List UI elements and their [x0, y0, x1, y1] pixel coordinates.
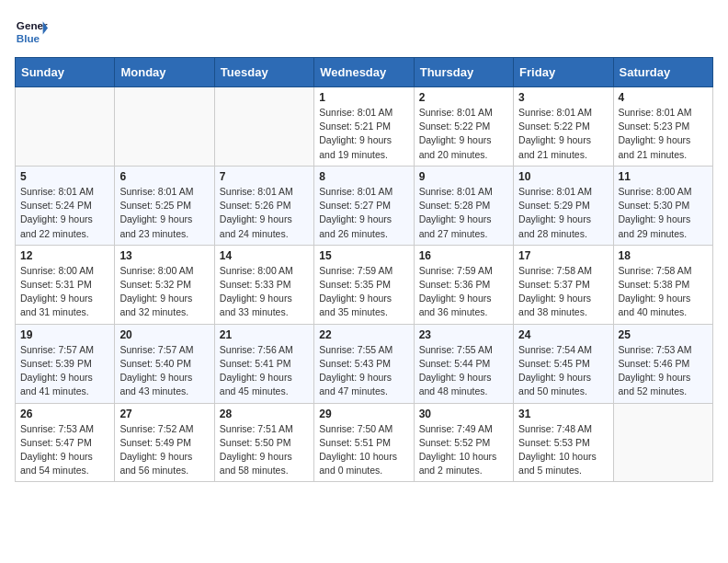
day-info: Sunrise: 8:01 AMSunset: 5:29 PMDaylight:… [518, 185, 608, 241]
day-number: 16 [419, 249, 508, 262]
weekday-header-row: SundayMondayTuesdayWednesdayThursdayFrid… [16, 58, 713, 87]
calendar-cell: 28Sunrise: 7:51 AMSunset: 5:50 PMDayligh… [214, 403, 313, 482]
day-number: 24 [518, 328, 608, 341]
calendar-cell: 13Sunrise: 8:00 AMSunset: 5:32 PMDayligh… [115, 245, 214, 324]
calendar-cell: 6Sunrise: 8:01 AMSunset: 5:25 PMDaylight… [115, 166, 214, 245]
calendar-cell: 12Sunrise: 8:00 AMSunset: 5:31 PMDayligh… [16, 245, 115, 324]
calendar-cell: 29Sunrise: 7:50 AMSunset: 5:51 PMDayligh… [314, 403, 414, 482]
calendar-cell [613, 403, 712, 482]
day-info: Sunrise: 8:01 AMSunset: 5:22 PMDaylight:… [419, 106, 508, 162]
day-number: 12 [20, 249, 109, 262]
calendar-cell: 18Sunrise: 7:58 AMSunset: 5:38 PMDayligh… [613, 245, 712, 324]
calendar-cell: 31Sunrise: 7:48 AMSunset: 5:53 PMDayligh… [514, 403, 613, 482]
day-info: Sunrise: 7:59 AMSunset: 5:35 PMDaylight:… [319, 264, 408, 320]
calendar-cell: 9Sunrise: 8:01 AMSunset: 5:28 PMDaylight… [414, 166, 513, 245]
weekday-saturday: Saturday [613, 58, 712, 87]
day-number: 2 [419, 91, 508, 104]
day-info: Sunrise: 8:01 AMSunset: 5:27 PMDaylight:… [319, 185, 408, 241]
day-info: Sunrise: 7:53 AMSunset: 5:47 PMDaylight:… [20, 422, 109, 478]
day-info: Sunrise: 7:50 AMSunset: 5:51 PMDaylight:… [319, 422, 408, 478]
weekday-sunday: Sunday [16, 58, 115, 87]
day-info: Sunrise: 7:52 AMSunset: 5:49 PMDaylight:… [119, 422, 209, 478]
day-info: Sunrise: 7:51 AMSunset: 5:50 PMDaylight:… [220, 422, 309, 478]
day-info: Sunrise: 7:59 AMSunset: 5:36 PMDaylight:… [419, 264, 508, 320]
day-number: 13 [119, 249, 209, 262]
calendar-cell: 1Sunrise: 8:01 AMSunset: 5:21 PMDaylight… [314, 87, 414, 167]
day-info: Sunrise: 7:56 AMSunset: 5:41 PMDaylight:… [220, 343, 309, 399]
day-number: 15 [319, 249, 408, 262]
day-number: 10 [518, 170, 608, 183]
calendar-cell: 8Sunrise: 8:01 AMSunset: 5:27 PMDaylight… [314, 166, 414, 245]
calendar-cell: 23Sunrise: 7:55 AMSunset: 5:44 PMDayligh… [414, 324, 513, 403]
calendar-cell: 2Sunrise: 8:01 AMSunset: 5:22 PMDaylight… [414, 87, 513, 167]
day-number: 23 [419, 328, 508, 341]
calendar-cell: 7Sunrise: 8:01 AMSunset: 5:26 PMDaylight… [214, 166, 313, 245]
day-number: 21 [220, 328, 309, 341]
calendar-cell: 20Sunrise: 7:57 AMSunset: 5:40 PMDayligh… [115, 324, 214, 403]
day-number: 31 [518, 408, 608, 420]
day-info: Sunrise: 8:01 AMSunset: 5:23 PMDaylight:… [619, 106, 708, 162]
day-info: Sunrise: 7:53 AMSunset: 5:46 PMDaylight:… [619, 343, 708, 399]
day-info: Sunrise: 7:49 AMSunset: 5:52 PMDaylight:… [419, 422, 508, 478]
day-number: 3 [518, 91, 608, 104]
day-info: Sunrise: 7:54 AMSunset: 5:45 PMDaylight:… [518, 343, 608, 399]
day-number: 6 [119, 170, 209, 183]
logo: General Blue [15, 15, 48, 48]
weekday-tuesday: Tuesday [214, 58, 313, 87]
day-number: 17 [518, 249, 608, 262]
day-number: 9 [419, 170, 508, 183]
calendar-week-5: 26Sunrise: 7:53 AMSunset: 5:47 PMDayligh… [16, 403, 713, 482]
calendar-table: SundayMondayTuesdayWednesdayThursdayFrid… [15, 57, 713, 482]
day-number: 28 [220, 408, 309, 420]
day-info: Sunrise: 8:01 AMSunset: 5:21 PMDaylight:… [319, 106, 408, 162]
day-number: 25 [619, 328, 708, 341]
calendar-cell: 4Sunrise: 8:01 AMSunset: 5:23 PMDaylight… [613, 87, 712, 167]
calendar-cell: 19Sunrise: 7:57 AMSunset: 5:39 PMDayligh… [16, 324, 115, 403]
weekday-monday: Monday [115, 58, 214, 87]
day-info: Sunrise: 8:01 AMSunset: 5:22 PMDaylight:… [518, 106, 608, 162]
calendar-week-1: 1Sunrise: 8:01 AMSunset: 5:21 PMDaylight… [16, 87, 713, 167]
calendar-cell: 26Sunrise: 7:53 AMSunset: 5:47 PMDayligh… [16, 403, 115, 482]
day-info: Sunrise: 8:00 AMSunset: 5:31 PMDaylight:… [20, 264, 109, 320]
calendar-cell: 15Sunrise: 7:59 AMSunset: 5:35 PMDayligh… [314, 245, 414, 324]
calendar-cell: 24Sunrise: 7:54 AMSunset: 5:45 PMDayligh… [514, 324, 613, 403]
calendar-cell: 27Sunrise: 7:52 AMSunset: 5:49 PMDayligh… [115, 403, 214, 482]
calendar-week-4: 19Sunrise: 7:57 AMSunset: 5:39 PMDayligh… [16, 324, 713, 403]
day-number: 30 [419, 408, 508, 420]
calendar-cell [115, 87, 214, 167]
day-number: 1 [319, 91, 408, 104]
day-number: 26 [20, 408, 109, 420]
day-number: 11 [619, 170, 708, 183]
day-info: Sunrise: 8:01 AMSunset: 5:25 PMDaylight:… [119, 185, 209, 241]
day-info: Sunrise: 7:55 AMSunset: 5:43 PMDaylight:… [319, 343, 408, 399]
day-info: Sunrise: 7:58 AMSunset: 5:38 PMDaylight:… [619, 264, 708, 320]
day-info: Sunrise: 8:01 AMSunset: 5:26 PMDaylight:… [220, 185, 309, 241]
day-info: Sunrise: 8:00 AMSunset: 5:33 PMDaylight:… [220, 264, 309, 320]
calendar-header: SundayMondayTuesdayWednesdayThursdayFrid… [16, 58, 713, 87]
day-number: 27 [119, 408, 209, 420]
calendar-cell: 22Sunrise: 7:55 AMSunset: 5:43 PMDayligh… [314, 324, 414, 403]
calendar-cell: 11Sunrise: 8:00 AMSunset: 5:30 PMDayligh… [613, 166, 712, 245]
day-info: Sunrise: 8:01 AMSunset: 5:28 PMDaylight:… [419, 185, 508, 241]
calendar-cell: 30Sunrise: 7:49 AMSunset: 5:52 PMDayligh… [414, 403, 513, 482]
day-info: Sunrise: 7:57 AMSunset: 5:39 PMDaylight:… [20, 343, 109, 399]
day-number: 14 [220, 249, 309, 262]
day-number: 29 [319, 408, 408, 420]
calendar-cell: 5Sunrise: 8:01 AMSunset: 5:24 PMDaylight… [16, 166, 115, 245]
calendar-cell: 3Sunrise: 8:01 AMSunset: 5:22 PMDaylight… [514, 87, 613, 167]
day-info: Sunrise: 8:00 AMSunset: 5:32 PMDaylight:… [119, 264, 209, 320]
calendar-cell: 14Sunrise: 8:00 AMSunset: 5:33 PMDayligh… [214, 245, 313, 324]
calendar-cell: 16Sunrise: 7:59 AMSunset: 5:36 PMDayligh… [414, 245, 513, 324]
weekday-friday: Friday [514, 58, 613, 87]
calendar-week-3: 12Sunrise: 8:00 AMSunset: 5:31 PMDayligh… [16, 245, 713, 324]
day-info: Sunrise: 8:01 AMSunset: 5:24 PMDaylight:… [20, 185, 109, 241]
day-number: 20 [119, 328, 209, 341]
calendar-body: 1Sunrise: 8:01 AMSunset: 5:21 PMDaylight… [16, 87, 713, 482]
calendar-cell: 10Sunrise: 8:01 AMSunset: 5:29 PMDayligh… [514, 166, 613, 245]
calendar-cell [214, 87, 313, 167]
svg-text:Blue: Blue [17, 32, 40, 44]
day-number: 8 [319, 170, 408, 183]
calendar-cell: 21Sunrise: 7:56 AMSunset: 5:41 PMDayligh… [214, 324, 313, 403]
day-info: Sunrise: 7:48 AMSunset: 5:53 PMDaylight:… [518, 422, 608, 478]
calendar-cell: 17Sunrise: 7:58 AMSunset: 5:37 PMDayligh… [514, 245, 613, 324]
